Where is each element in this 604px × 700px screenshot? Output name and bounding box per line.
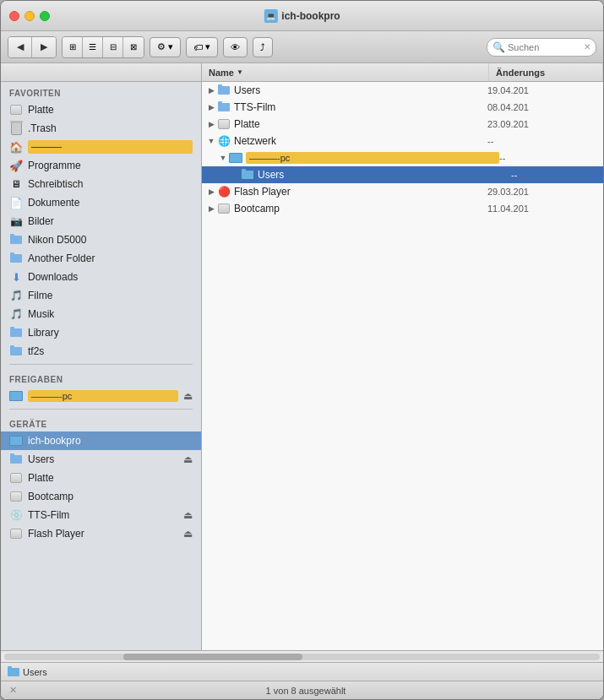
sidebar-item-pc-share[interactable]: ———-pc ⏏	[1, 387, 201, 405]
expand-bootcamp[interactable]: ▶	[205, 200, 217, 217]
expand-users-sub[interactable]	[229, 166, 241, 183]
search-clear-icon[interactable]: ✕	[584, 42, 590, 52]
list-view-button[interactable]: ☰	[83, 37, 103, 57]
sidebar-item-dokumente[interactable]: 📄 Dokumente	[1, 193, 201, 212]
icon-view-button[interactable]: ⊞	[63, 37, 83, 57]
eject-tts[interactable]: ⏏	[183, 509, 193, 521]
maximize-button[interactable]	[40, 11, 50, 21]
sidebar-item-trash[interactable]: .Trash	[1, 119, 201, 138]
sidebar-item-downloads[interactable]: ⬇ Downloads	[1, 268, 201, 286]
main-headers: Name ▼ Änderungs	[202, 63, 603, 81]
sidebar-item-library[interactable]: Library	[1, 323, 201, 342]
sidebar-item-musik[interactable]: 🎵 Musik	[1, 305, 201, 323]
path-bar: Users	[1, 662, 603, 681]
action-arrow: ▾	[168, 41, 173, 52]
quicklook-button[interactable]: 👁	[223, 37, 248, 57]
label-icon: 🏷	[193, 42, 203, 52]
close-status-icon[interactable]: ✕	[9, 685, 17, 696]
file-row-flashplayer[interactable]: ▶ 🔴 Flash Player 29.03.201	[202, 183, 603, 200]
expand-ttsfilm[interactable]: ▶	[205, 99, 217, 116]
nav-buttons: ◀ ▶	[8, 36, 57, 58]
sidebar-label-flash-player: Flash Player	[28, 528, 178, 540]
sidebar-item-ichbookpro[interactable]: ich-bookpro	[1, 431, 201, 450]
platte-filename: Platte	[234, 118, 487, 130]
sidebar-item-users-dev[interactable]: Users ⏏	[1, 450, 201, 469]
file-row-bootcamp[interactable]: ▶ Bootcamp 11.04.201	[202, 200, 603, 217]
sidebar-item-home[interactable]: 🏠 ———	[1, 138, 201, 156]
users-sub-date: --	[511, 170, 524, 180]
sidebar-item-schreibtisch[interactable]: 🖥 Schreibtisch	[1, 175, 201, 193]
search-box[interactable]: 🔍 ✕	[487, 38, 596, 57]
column-view-button[interactable]: ⊟	[103, 37, 123, 57]
users-dev-icon	[9, 453, 23, 466]
changes-column-header[interactable]: Änderungs	[489, 63, 603, 81]
search-input[interactable]	[508, 42, 584, 52]
share-button[interactable]: ⤴	[253, 37, 273, 57]
pc-sub-icon	[229, 151, 242, 165]
cover-view-button[interactable]: ⊠	[123, 37, 144, 57]
search-icon: 🔍	[492, 41, 505, 53]
file-row-pc-sub[interactable]: ▼ ———-pc --	[202, 149, 603, 166]
expand-platte[interactable]: ▶	[205, 116, 217, 133]
sidebar-item-nikon[interactable]: Nikon D5000	[1, 231, 201, 249]
sidebar-label-library: Library	[28, 327, 193, 339]
favorites-section-label: FAVORITEN	[1, 82, 201, 100]
sidebar-item-flash-player[interactable]: Flash Player ⏏	[1, 524, 201, 543]
expand-flashplayer[interactable]: ▶	[205, 183, 217, 200]
sidebar-item-platte[interactable]: Platte	[1, 100, 201, 119]
file-row-platte[interactable]: ▶ Platte 23.09.201	[202, 116, 603, 133]
eject-pc-share[interactable]: ⏏	[183, 390, 193, 402]
eye-icon: 👁	[231, 42, 240, 52]
sidebar-label-bilder: Bilder	[28, 215, 193, 227]
horizontal-scrollbar[interactable]	[1, 650, 603, 662]
home-icon: 🏠	[9, 140, 23, 154]
expand-pc-sub[interactable]: ▼	[217, 149, 229, 166]
sidebar-item-tf2s[interactable]: tf2s	[1, 342, 201, 361]
traffic-lights	[9, 11, 50, 21]
sidebar-label-programme: Programme	[28, 160, 193, 171]
eject-flash[interactable]: ⏏	[183, 528, 193, 540]
sidebar-label-nikon: Nikon D5000	[28, 234, 193, 246]
file-row-users-sub[interactable]: Users --	[202, 166, 603, 183]
separator-2	[9, 409, 193, 410]
sidebar-label-musik: Musik	[28, 308, 193, 320]
action-button[interactable]: ⚙ ▾	[150, 37, 181, 57]
sidebar-item-anotherfolder[interactable]: Another Folder	[1, 249, 201, 268]
file-row-netzwerk[interactable]: ▼ 🌐 Netzwerk --	[202, 133, 603, 149]
sidebar-item-platte-dev[interactable]: Platte	[1, 469, 201, 487]
label-arrow: ▾	[205, 41, 210, 52]
platte-date: 23.09.201	[487, 119, 536, 129]
name-label: Name	[209, 68, 234, 78]
name-column-header[interactable]: Name ▼	[202, 63, 489, 81]
flash-player-icon	[9, 527, 23, 540]
bootcamp-icon	[9, 490, 23, 503]
hscroll-thumb[interactable]	[123, 654, 302, 660]
column-headers: Name ▼ Änderungs	[1, 63, 603, 82]
expand-netzwerk[interactable]: ▼	[205, 133, 217, 149]
file-row-users[interactable]: ▶ Users 19.04.201	[202, 82, 603, 99]
sidebar-item-tts-film[interactable]: 💿 TTS-Film ⏏	[1, 506, 201, 524]
close-button[interactable]	[9, 11, 19, 21]
sidebar-item-bootcamp[interactable]: Bootcamp	[1, 487, 201, 506]
ttsfilm-folder-icon	[217, 100, 231, 114]
sidebar-label-pc-share: ———-pc	[28, 390, 178, 402]
desk-icon: 🖥	[9, 177, 23, 191]
label-button[interactable]: 🏷 ▾	[186, 37, 218, 57]
eject-users[interactable]: ⏏	[183, 453, 193, 465]
sidebar-label-platte: Platte	[28, 104, 193, 116]
sidebar-label-bootcamp: Bootcamp	[28, 491, 193, 502]
sidebar-item-filme[interactable]: 🎵 Filme	[1, 286, 201, 305]
sidebar-item-bilder[interactable]: 📷 Bilder	[1, 212, 201, 231]
title-text: ich-bookpro	[281, 10, 340, 22]
file-row-ttsfilm[interactable]: ▶ TTS-Film 08.04.201	[202, 99, 603, 116]
gear-icon: ⚙	[157, 41, 166, 52]
forward-button[interactable]: ▶	[32, 37, 56, 57]
expand-users[interactable]: ▶	[205, 82, 217, 99]
path-item[interactable]: Users	[8, 667, 47, 677]
path-label: Users	[23, 667, 47, 677]
minimize-button[interactable]	[24, 11, 35, 21]
back-button[interactable]: ◀	[8, 37, 32, 57]
platte-dev-icon	[9, 471, 23, 485]
hscroll-track[interactable]	[4, 654, 600, 660]
sidebar-item-programme[interactable]: 🚀 Programme	[1, 156, 201, 175]
